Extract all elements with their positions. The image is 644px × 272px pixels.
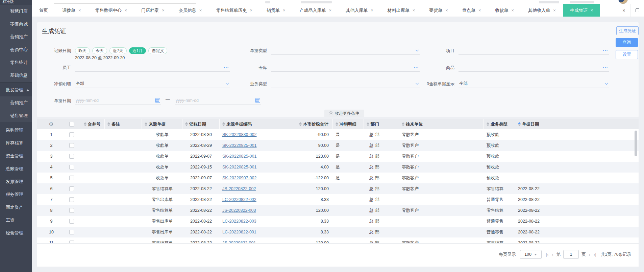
sort-icon[interactable]: [518, 122, 521, 126]
goods-picker[interactable]: ···: [459, 64, 609, 72]
sidebar-item-零售商城[interactable]: 零售商城: [0, 18, 32, 30]
close-tab-icon[interactable]: ×: [250, 8, 252, 13]
sort-icon[interactable]: [107, 122, 110, 126]
sidebar-item-基础信息[interactable]: 基础信息: [0, 69, 32, 82]
row-checkbox[interactable]: [69, 154, 74, 159]
chevron-down-icon[interactable]: [226, 82, 229, 85]
more-icon[interactable]: ···: [603, 47, 609, 54]
more-icon[interactable]: ···: [224, 64, 229, 71]
close-all-tabs-icon[interactable]: ×: [617, 4, 630, 17]
column-header-select[interactable]: [62, 119, 81, 129]
sort-icon[interactable]: [145, 122, 147, 126]
first-page-button[interactable]: |‹: [546, 252, 549, 257]
tab-生成凭证[interactable]: 生成凭证×: [563, 4, 600, 17]
column-header-来源单据[interactable]: 来源单据: [142, 119, 182, 129]
sidebar-item-零售统计[interactable]: 零售统计: [0, 56, 32, 69]
calendar-icon[interactable]: [155, 98, 160, 103]
tab-会员信息[interactable]: 会员信息×: [172, 4, 209, 17]
close-tab-icon[interactable]: ×: [162, 8, 165, 13]
tab-零售数据中心[interactable]: 零售数据中心×: [88, 4, 134, 17]
column-header-来源单据编码[interactable]: 来源单据编码: [220, 119, 270, 129]
sidebar-item-工资[interactable]: 工资: [0, 214, 32, 227]
source-doc-link[interactable]: SK-20220830-002: [222, 132, 256, 137]
sidebar-item-销售管理[interactable]: 销售管理: [0, 109, 32, 122]
sort-icon[interactable]: [185, 122, 188, 126]
query-button[interactable]: 查询: [616, 38, 638, 47]
close-tab-icon[interactable]: ×: [413, 8, 415, 13]
chevron-down-icon[interactable]: [605, 82, 608, 85]
date-preset-自定义[interactable]: 自定义: [148, 47, 167, 54]
close-tab-icon[interactable]: ×: [478, 8, 481, 13]
sort-icon[interactable]: [487, 122, 489, 126]
close-tab-icon[interactable]: ×: [371, 8, 373, 13]
sort-icon[interactable]: [222, 122, 225, 126]
sidebar-item-营销推广[interactable]: 营销推广: [0, 96, 32, 109]
date-preset-昨天[interactable]: 昨天: [75, 47, 90, 54]
doc-date-from-input[interactable]: yyyy-mm-dd: [75, 97, 161, 105]
source-doc-link[interactable]: SK-20220825-001: [222, 154, 256, 159]
row-checkbox[interactable]: [69, 208, 74, 213]
close-tab-icon[interactable]: ×: [553, 8, 556, 13]
gear-icon[interactable]: ⚙: [49, 121, 53, 127]
tab-其他入库单[interactable]: 其他入库单×: [339, 4, 380, 17]
row-checkbox[interactable]: [69, 241, 74, 244]
close-tab-icon[interactable]: ×: [283, 8, 286, 13]
settings-button[interactable]: 设置: [616, 50, 638, 59]
doc-type-select[interactable]: [271, 47, 420, 55]
sidebar-item-批发管理[interactable]: 批发管理: [0, 84, 32, 96]
sidebar-item-营销推广[interactable]: 营销推广: [0, 30, 32, 43]
tab-收款单[interactable]: 收款单×: [488, 4, 521, 17]
biz-type-select[interactable]: [271, 80, 420, 88]
date-preset-今天[interactable]: 今天: [92, 47, 107, 54]
column-header-部门[interactable]: 部门: [364, 119, 399, 129]
sort-icon[interactable]: [402, 122, 404, 126]
column-header-业务类型[interactable]: 业务类型: [484, 119, 515, 129]
expand-icon[interactable]: [630, 4, 644, 17]
row-checkbox[interactable]: [69, 219, 74, 224]
employee-picker[interactable]: ···: [75, 64, 230, 72]
close-tab-icon[interactable]: ×: [78, 8, 81, 13]
more-icon[interactable]: ···: [414, 64, 419, 71]
sidebar-item-智慧门店[interactable]: 智慧门店: [0, 5, 32, 18]
tab-门店档案[interactable]: 门店档案×: [134, 4, 172, 17]
source-doc-link[interactable]: SK-20220825-001: [222, 143, 256, 148]
tab-销货单[interactable]: 销货单×: [259, 4, 293, 17]
zero-amount-select[interactable]: 全部: [459, 80, 609, 88]
page-size-select[interactable]: 100: [520, 250, 542, 259]
column-header-单据日期[interactable]: 单据日期: [515, 119, 630, 129]
sidebar-item-发票管理[interactable]: 发票管理: [0, 175, 32, 188]
row-checkbox[interactable]: [69, 186, 74, 191]
sort-icon[interactable]: [299, 122, 302, 126]
close-tab-icon[interactable]: ×: [329, 8, 332, 13]
next-page-button[interactable]: ›: [589, 252, 591, 257]
warehouse-picker[interactable]: ···: [271, 64, 420, 72]
source-doc-link[interactable]: LC-20220822-003: [222, 219, 256, 224]
sidebar-item-资金管理[interactable]: 资金管理: [0, 150, 32, 162]
column-header-本币价税合计[interactable]: 本币价税合计: [270, 119, 333, 129]
row-checkbox[interactable]: [69, 165, 74, 169]
close-tab-icon[interactable]: ×: [445, 8, 448, 13]
more-icon[interactable]: ···: [603, 64, 609, 71]
sidebar-item-税务管理[interactable]: 税务管理: [0, 188, 32, 201]
sort-icon[interactable]: [336, 122, 338, 126]
avatar[interactable]: [618, 0, 628, 4]
tab-产成品入库单[interactable]: 产成品入库单×: [293, 4, 339, 17]
column-header-合并号[interactable]: 合并号: [81, 119, 105, 129]
source-doc-link[interactable]: LC-20220822-001: [222, 230, 256, 234]
tab-材料出库单[interactable]: 材料出库单×: [380, 4, 422, 17]
source-doc-link[interactable]: JS-20220822-001: [222, 241, 256, 244]
sidebar-item-固定资产[interactable]: 固定资产: [0, 201, 32, 214]
source-doc-link[interactable]: JS-20220822-003: [222, 208, 256, 213]
sort-icon[interactable]: [84, 122, 86, 126]
date-preset-近7天[interactable]: 近7天: [109, 47, 127, 54]
generate-voucher-button[interactable]: 生成凭证: [616, 26, 639, 35]
select-all-checkbox[interactable]: [69, 122, 74, 127]
project-picker[interactable]: ···: [459, 47, 609, 55]
tab-调拨单[interactable]: 调拨单×: [55, 4, 88, 17]
chevron-down-icon[interactable]: [416, 48, 419, 52]
source-doc-link[interactable]: JS-20220822-002: [222, 186, 256, 191]
close-tab-icon[interactable]: ×: [199, 8, 202, 13]
close-tab-icon[interactable]: ×: [125, 8, 127, 13]
sort-icon[interactable]: [367, 122, 369, 126]
tab-首页[interactable]: 首页: [32, 4, 55, 17]
